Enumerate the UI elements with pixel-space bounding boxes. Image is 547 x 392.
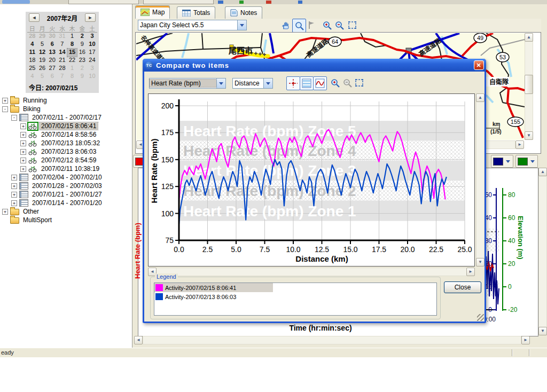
calendar-day[interactable]: 2 — [77, 65, 87, 73]
dialog-title-bar[interactable]: TC Compare two items ✕ — [143, 59, 486, 72]
lower-scroll-up-button[interactable]: ▲ — [538, 168, 547, 176]
calendar-day[interactable]: 2 — [77, 33, 87, 41]
xaxis-select[interactable]: Distance — [232, 78, 273, 89]
legend-item[interactable]: Activity-2007/02/13 8:06:03 — [154, 292, 436, 301]
calendar-day[interactable]: 7 — [57, 41, 67, 49]
map-scroll-up-button[interactable]: ▲ — [525, 33, 533, 42]
chevron-down-icon[interactable] — [505, 157, 511, 166]
calendar-day[interactable]: 13 — [47, 49, 57, 57]
calendar-day[interactable]: 16 — [77, 49, 87, 57]
crosshair-tool-button[interactable] — [286, 76, 300, 90]
tree-item[interactable]: +2007/01/28 - 2007/02/03 — [0, 182, 132, 190]
tree-expander[interactable]: - — [11, 115, 17, 121]
chevron-down-icon[interactable] — [263, 79, 272, 88]
lower-vertical-scrollbar[interactable] — [538, 168, 547, 335]
calendar-day[interactable]: 5 — [37, 73, 48, 81]
calendar-day[interactable]: 14 — [57, 49, 67, 57]
chevron-down-icon[interactable] — [529, 157, 536, 166]
calendar-day[interactable]: 24 — [87, 57, 97, 65]
tree-expander[interactable]: + — [2, 98, 8, 104]
calendar-day[interactable]: 28 — [27, 33, 37, 41]
calendar-day[interactable]: 19 — [37, 57, 48, 65]
legend-list[interactable]: Activity-2007/02/15 8:06:41Activity-2007… — [154, 283, 437, 316]
calendar-day[interactable]: 21 — [57, 57, 67, 65]
calendar-day[interactable]: 6 — [47, 73, 57, 81]
chevron-down-icon[interactable] — [216, 79, 225, 88]
calendar-day[interactable]: 15 — [67, 49, 77, 57]
tree-item[interactable]: +2007/02/14 8:58:56 — [0, 130, 132, 139]
tree-item[interactable]: -Biking — [0, 105, 132, 113]
tree-item[interactable]: +2007/01/21 - 2007/01/27 — [0, 190, 132, 199]
fit-view-button[interactable] — [347, 20, 357, 30]
zoom-out-button[interactable] — [334, 20, 345, 30]
calendar-day[interactable]: 20 — [47, 57, 57, 65]
calendar-day[interactable]: 22 — [67, 57, 77, 65]
calendar-next-button[interactable]: ► — [85, 13, 96, 22]
calendar-day[interactable]: 25 — [27, 65, 37, 73]
tree-item[interactable]: +2007/02/11 10:38:19 — [0, 164, 132, 173]
tree-item[interactable]: +Other — [0, 207, 132, 216]
tree-expander[interactable]: + — [11, 183, 17, 189]
calendar-day[interactable]: 12 — [37, 49, 48, 57]
calendar-day[interactable]: 31 — [57, 33, 67, 41]
compare-chart-area[interactable]: Heart Rate (bpm) Zone 5Heart Rate (bpm) … — [148, 93, 475, 266]
resize-grip[interactable] — [477, 314, 484, 321]
calendar-day[interactable]: 17 — [87, 49, 97, 57]
calendar-day[interactable]: 5 — [37, 41, 48, 49]
tree-item[interactable]: +2007/02/13 18:05:32 — [0, 139, 132, 147]
tree-expander[interactable]: - — [2, 106, 8, 112]
map-scroll-down-button[interactable]: ▼ — [525, 131, 533, 140]
right-axis-color-dropdown[interactable] — [515, 155, 538, 168]
left-axis-color-dropdown[interactable] — [491, 155, 513, 168]
tree-item[interactable]: +2007/02/15 8:06:41 — [0, 122, 132, 130]
tree-expander[interactable]: + — [2, 209, 8, 215]
tree-item[interactable]: +Running — [0, 96, 132, 105]
tab-map[interactable]: Map — [135, 5, 170, 19]
pan-hand-button[interactable] — [280, 20, 292, 30]
tree-expander[interactable]: + — [11, 200, 17, 206]
chart-horizontal-scrollbar[interactable] — [148, 268, 475, 276]
tree-item[interactable]: MultiSport — [0, 216, 132, 224]
calendar-day[interactable]: 10 — [87, 73, 97, 81]
close-icon[interactable]: ✕ — [474, 60, 484, 70]
tree-expander[interactable]: + — [20, 140, 26, 146]
tree-expander[interactable]: + — [20, 166, 26, 172]
tab-notes[interactable]: Notes — [225, 6, 262, 19]
series-select[interactable]: Heart Rate (bpm) — [149, 78, 226, 89]
chart-fit-button[interactable] — [354, 77, 364, 88]
chart-scroll-right-button[interactable]: ► — [466, 268, 475, 276]
zone-bands-tool-button[interactable] — [300, 76, 314, 90]
tree-item[interactable]: +2007/02/04 - 2007/02/10 — [0, 173, 132, 182]
calendar-day[interactable]: 26 — [37, 65, 48, 73]
calendar-day[interactable]: 9 — [77, 73, 87, 81]
tree-item[interactable]: +2007/02/12 8:54:59 — [0, 156, 132, 164]
lower-horizontal-scrollbar[interactable] — [143, 336, 521, 344]
calendar-day[interactable]: 1 — [67, 65, 77, 73]
legend-item[interactable]: Activity-2007/02/15 8:06:41 — [154, 283, 273, 292]
calendar-day[interactable]: 29 — [37, 33, 48, 41]
zoom-in-button[interactable] — [322, 20, 332, 30]
close-button[interactable]: Close — [444, 281, 481, 293]
calendar-day[interactable]: 28 — [57, 65, 67, 73]
calendar-day[interactable]: 4 — [27, 73, 37, 81]
calendar-day[interactable]: 30 — [47, 33, 57, 41]
calendar-day[interactable]: 27 — [47, 65, 57, 73]
lower-scroll-left-button[interactable]: ◄ — [134, 336, 143, 344]
calendar-day[interactable]: 23 — [77, 57, 87, 65]
curve-tool-button[interactable] — [313, 76, 327, 90]
flag-button[interactable] — [307, 20, 316, 30]
calendar-day[interactable]: 3 — [87, 33, 97, 41]
chart-scroll-down-button[interactable]: ▼ — [476, 258, 485, 266]
calendar-day[interactable]: 11 — [27, 49, 37, 57]
calendar-day[interactable]: 1 — [67, 33, 77, 41]
tree-expander[interactable]: + — [20, 123, 26, 129]
calendar-day[interactable]: 7 — [57, 73, 67, 81]
calendar-day[interactable]: 6 — [47, 41, 57, 49]
calendar-day[interactable]: 3 — [87, 65, 97, 73]
tree-expander[interactable]: + — [20, 158, 26, 163]
lower-scroll-right-button[interactable]: ► — [521, 336, 530, 344]
calendar-day[interactable]: 18 — [27, 57, 37, 65]
chart-vertical-scrollbar[interactable] — [476, 93, 485, 266]
calendar-day[interactable]: 4 — [27, 41, 37, 49]
map-scroll-right-button[interactable]: ► — [515, 140, 524, 149]
